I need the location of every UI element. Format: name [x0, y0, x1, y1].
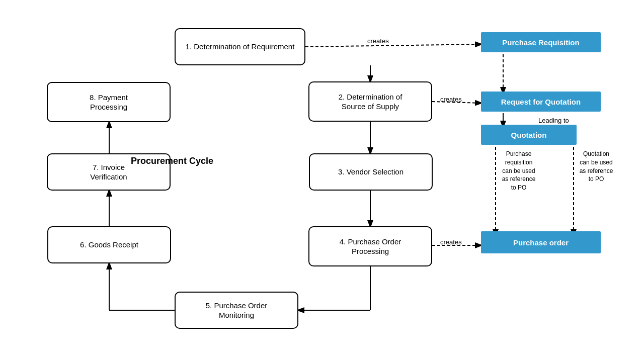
rfq-box: Request for Quotation: [481, 92, 601, 112]
creates-label-1: creates: [367, 37, 389, 45]
step8-label: 8. PaymentProcessing: [90, 93, 128, 112]
purchase-order-label: Purchase order: [513, 238, 569, 247]
rfq-label: Request for Quotation: [501, 98, 581, 106]
quotation-box: Quotation: [481, 125, 577, 145]
creates-label-3: creates: [440, 238, 462, 246]
step8-box: 8. PaymentProcessing: [47, 82, 171, 122]
leading-to-label: Leading to: [538, 117, 569, 124]
quotation-reference-text: Quotationcan be usedas referenceto PO: [558, 150, 634, 184]
purchase-requisition-label: Purchase Requisition: [502, 38, 579, 47]
step4-label: 4. Purchase OrderProcessing: [340, 237, 401, 256]
svg-line-9: [305, 44, 481, 47]
purchase-requisition-box: Purchase Requisition: [481, 32, 601, 52]
step3-label: 3. Vendor Selection: [338, 167, 404, 177]
step6-box: 6. Goods Receipt: [47, 226, 171, 263]
pr-reference-text: Purchaserequisitioncan be usedas referen…: [481, 150, 556, 192]
step6-label: 6. Goods Receipt: [80, 240, 138, 250]
creates-label-2: creates: [440, 96, 462, 103]
step2-label: 2. Determination ofSource of Supply: [339, 92, 403, 112]
step4-box: 4. Purchase OrderProcessing: [308, 226, 432, 266]
step1-label: 1. Determination of Requirement: [186, 42, 295, 52]
step2-box: 2. Determination ofSource of Supply: [308, 81, 432, 122]
purchase-order-box: Purchase order: [481, 231, 601, 253]
step5-box: 5. Purchase OrderMonitoring: [175, 292, 298, 329]
procurement-cycle-diagram: 1. Determination of Requirement 2. Deter…: [0, 0, 644, 362]
quotation-label: Quotation: [511, 131, 547, 139]
step7-label: 7. InvoiceVerification: [90, 162, 127, 182]
procurement-cycle-label: Procurement Cycle: [131, 156, 213, 166]
step5-label: 5. Purchase OrderMonitoring: [206, 301, 268, 320]
step1-box: 1. Determination of Requirement: [175, 28, 305, 65]
step3-box: 3. Vendor Selection: [309, 153, 433, 191]
